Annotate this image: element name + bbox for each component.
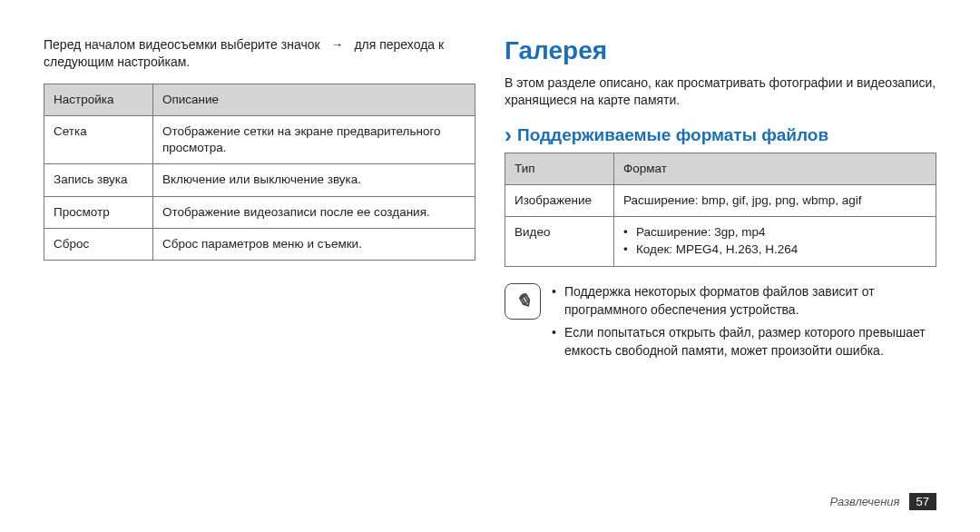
table-row: Изображение Расширение: bmp, gif, jpg, p… — [505, 185, 936, 217]
header-type: Тип — [505, 153, 614, 184]
gallery-heading: Галерея — [505, 36, 936, 65]
page-root: Перед началом видеосъемки выберите значо… — [0, 0, 980, 532]
note-icon: ✎ — [505, 283, 541, 320]
settings-table: Настройка Описание Сетка Отображение сет… — [44, 84, 475, 261]
footer-category: Развлечения — [829, 495, 899, 508]
list-item: Расширение: 3gp, mp4 — [623, 224, 926, 241]
table-row: Просмотр Отображение видеозаписи после е… — [44, 196, 475, 228]
cell-type: Изображение — [505, 185, 614, 217]
cell-format: Расширение: bmp, gif, jpg, png, wbmp, ag… — [614, 185, 936, 217]
cell-setting: Просмотр — [44, 196, 153, 228]
table-header-row: Тип Формат — [505, 153, 936, 184]
formats-table: Тип Формат Изображение Расширение: bmp, … — [505, 153, 936, 267]
cell-setting: Запись звука — [44, 164, 153, 196]
cell-desc: Сброс параметров меню и съемки. — [153, 228, 475, 260]
cell-desc: Отображение видеозаписи после ее создани… — [153, 196, 475, 228]
note-list: Поддержка некоторых форматов файлов зави… — [552, 283, 936, 365]
note-item: Поддержка некоторых форматов файлов зави… — [552, 283, 936, 319]
table-row: Видео Расширение: 3gp, mp4 Кодек: MPEG4,… — [505, 217, 936, 267]
footer-page-number: 57 — [909, 493, 936, 510]
cell-desc: Отображение сетки на экране предваритель… — [153, 116, 475, 164]
intro-part1: Перед началом видеосъемки выберите значо… — [44, 37, 320, 52]
left-column: Перед началом видеосъемки выберите значо… — [44, 36, 475, 514]
header-desc: Описание — [153, 84, 475, 115]
header-format: Формат — [614, 153, 936, 184]
gallery-desc: В этом разделе описано, как просматриват… — [505, 74, 936, 109]
list-item: Кодек: MPEG4, H.263, H.264 — [623, 241, 926, 259]
note-box: ✎ Поддержка некоторых форматов файлов за… — [505, 283, 936, 365]
header-setting: Настройка — [44, 84, 153, 115]
formats-heading: › Поддерживаемые форматы файлов — [505, 125, 936, 145]
cell-type: Видео — [505, 217, 614, 267]
formats-heading-text: Поддерживаемые форматы файлов — [517, 125, 828, 145]
cell-format: Расширение: 3gp, mp4 Кодек: MPEG4, H.263… — [614, 217, 936, 267]
table-row: Сетка Отображение сетки на экране предва… — [44, 116, 475, 164]
table-row: Запись звука Включение или выключение зв… — [44, 164, 475, 196]
right-column: Галерея В этом разделе описано, как прос… — [505, 36, 936, 514]
note-item: Если попытаться открыть файл, размер кот… — [552, 324, 936, 360]
table-header-row: Настройка Описание — [44, 84, 475, 115]
cell-setting: Сетка — [44, 116, 153, 164]
intro-text: Перед началом видеосъемки выберите значо… — [44, 36, 475, 71]
cell-desc: Включение или выключение звука. — [153, 164, 475, 196]
table-row: Сброс Сброс параметров меню и съемки. — [44, 228, 475, 260]
video-format-list: Расширение: 3gp, mp4 Кодек: MPEG4, H.263… — [623, 224, 926, 259]
cell-setting: Сброс — [44, 228, 153, 260]
arrow-icon: → — [331, 37, 344, 52]
page-footer: Развлечения 57 — [829, 493, 936, 510]
